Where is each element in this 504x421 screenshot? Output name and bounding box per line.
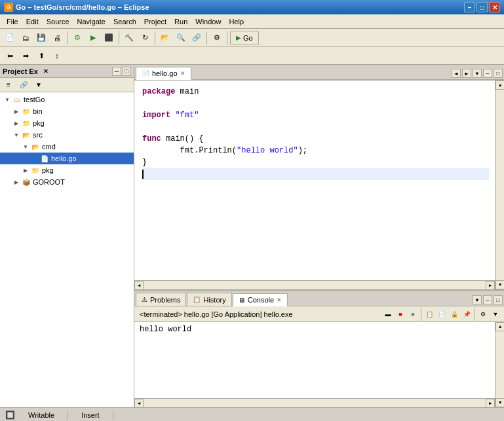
menu-search[interactable]: Search: [109, 16, 140, 27]
console-menu-btn[interactable]: ▼: [490, 308, 501, 320]
editor-tab-close-icon[interactable]: ✕: [180, 70, 185, 77]
tree-item-goroot[interactable]: ▶ 📦 GOROOT: [0, 176, 134, 188]
bottom-min-btn[interactable]: ─: [483, 295, 492, 304]
tree-item-src[interactable]: ▼ 📂 src: [0, 129, 134, 141]
toolbar-new-btn[interactable]: 📄: [3, 31, 17, 45]
console-pin-btn[interactable]: 📌: [461, 308, 473, 320]
editor-min-btn[interactable]: ─: [483, 69, 492, 78]
toolbar-stop-btn[interactable]: ⬛: [102, 31, 116, 45]
scroll-right-btn[interactable]: ▶: [486, 281, 495, 289]
toggle-testgo[interactable]: ▼: [3, 97, 12, 103]
toolbar-build-btn[interactable]: 🔨: [122, 31, 136, 45]
menu-navigate[interactable]: Navigate: [73, 16, 109, 27]
panel-header-buttons[interactable]: ─ □: [112, 67, 131, 76]
toolbar2-forward-btn[interactable]: ➡: [18, 48, 33, 63]
editor-tab-label: hello.go: [152, 69, 178, 77]
toolbar-refresh-btn[interactable]: ↻: [138, 31, 152, 45]
close-button[interactable]: ✕: [489, 2, 500, 12]
tree-item-hellgo[interactable]: 📄 hello.go: [0, 153, 134, 164]
editor-tab-hellgo[interactable]: 📄 hello.go ✕: [136, 67, 191, 80]
toggle-goroot[interactable]: ▶: [12, 179, 21, 185]
menu-source[interactable]: Source: [43, 16, 73, 27]
panel-menu-btn[interactable]: ▼: [31, 78, 46, 92]
panel-header-left: Project Ex ✕: [3, 67, 48, 75]
console-scrollbar-v[interactable]: ▲ ▼: [495, 322, 504, 407]
toolbar-open-btn[interactable]: 📂: [158, 31, 172, 45]
editor-scrollbar-v[interactable]: ▲ ▼: [495, 81, 504, 289]
console-scroll-lock-btn[interactable]: 🔒: [448, 308, 460, 320]
toolbar-link-btn[interactable]: 🔗: [189, 31, 204, 45]
toggle-src[interactable]: ▼: [12, 132, 21, 138]
console-scrollbar-h[interactable]: ◀ ▶: [134, 398, 495, 407]
console-stop2-btn[interactable]: ■: [407, 308, 419, 320]
toolbar-search-btn[interactable]: 🔍: [174, 31, 188, 45]
scroll-left-btn[interactable]: ◀: [134, 281, 144, 289]
console-scroll-up[interactable]: ▲: [495, 322, 504, 331]
title-bar-buttons[interactable]: – □ ✕: [464, 2, 500, 12]
toolbar-debug-btn[interactable]: ▶: [86, 31, 100, 45]
scroll-up-btn[interactable]: ▲: [495, 81, 504, 90]
panel-collapse-btn[interactable]: ≡: [1, 78, 16, 92]
editor-scrollbar-h[interactable]: ◀ ▶: [134, 280, 495, 289]
tab-history[interactable]: 📋 History: [187, 293, 231, 306]
goroot-icon: 📦: [21, 177, 31, 187]
console-settings-btn[interactable]: ⚙: [477, 308, 489, 320]
go-run-button[interactable]: ▶ Go: [230, 31, 259, 45]
console-clear-btn[interactable]: ▬: [382, 308, 394, 320]
minimize-button[interactable]: –: [464, 2, 475, 12]
tree-item-testgo[interactable]: ▼ 🗂 testGo: [0, 94, 134, 105]
console-sep1: [421, 308, 421, 321]
console-scroll-right[interactable]: ▶: [486, 399, 495, 407]
panel-minimize-btn[interactable]: ─: [112, 67, 121, 76]
console-stop-btn[interactable]: ■: [395, 308, 406, 320]
toolbar2-up-btn[interactable]: ⬆: [34, 48, 48, 63]
menu-run[interactable]: Run: [170, 16, 191, 27]
menu-edit[interactable]: Edit: [22, 16, 43, 27]
toolbar-btn2[interactable]: 🗂: [18, 31, 33, 45]
editor-view-menu-btn[interactable]: ▼: [473, 69, 482, 78]
toolbar-sep3: [155, 31, 155, 45]
tree-label-hellgo: hello.go: [51, 155, 77, 162]
tree-item-cmd[interactable]: ▼ 📂 cmd: [0, 141, 134, 153]
toolbar2-sync-btn[interactable]: ↕: [50, 48, 64, 63]
toolbar-run-btn[interactable]: ⚙: [70, 31, 85, 45]
tree-item-pkg2[interactable]: ▶ 📁 pkg: [0, 164, 134, 176]
console-toolbar: <terminated> hello.go [Go Application] h…: [134, 306, 504, 322]
tree-label-goroot: GOROOT: [33, 178, 65, 186]
menu-project[interactable]: Project: [140, 16, 170, 27]
toolbar-settings-btn[interactable]: ⚙: [210, 31, 224, 45]
code-editor[interactable]: package main import "fmt" func main() { …: [134, 81, 495, 280]
toggle-pkg1[interactable]: ▶: [12, 120, 21, 126]
maximize-button[interactable]: □: [476, 2, 488, 12]
toggle-pkg2[interactable]: ▶: [21, 168, 30, 174]
code-line-8[interactable]: [142, 168, 490, 180]
tree-item-pkg1[interactable]: ▶ 📁 pkg: [0, 117, 134, 129]
console-paste-btn[interactable]: 📄: [436, 308, 448, 320]
folder-icon-cmd: 📂: [30, 141, 41, 152]
toolbar2-back-btn[interactable]: ⬅: [3, 48, 17, 63]
menu-file[interactable]: File: [3, 16, 22, 27]
toggle-bin[interactable]: ▶: [12, 109, 21, 115]
console-scroll-down[interactable]: ▼: [495, 398, 504, 407]
menu-help[interactable]: Help: [225, 16, 248, 27]
tab-console[interactable]: 🖥 Console ✕: [233, 293, 288, 306]
console-copy-btn[interactable]: 📋: [423, 308, 435, 320]
toggle-cmd[interactable]: ▼: [21, 144, 30, 150]
tab-problems[interactable]: ⚠ Problems: [136, 293, 186, 306]
scroll-down-btn[interactable]: ▼: [495, 280, 504, 289]
editor-scroll-right-btn[interactable]: ▶: [462, 69, 471, 78]
tree-item-bin[interactable]: ▶ 📁 bin: [0, 105, 134, 117]
console-scroll-left[interactable]: ◀: [134, 399, 144, 407]
title-bar: G Go – testGo/src/cmd/hello.go – Eclipse…: [0, 0, 504, 14]
panel-maximize-btn[interactable]: □: [122, 67, 131, 76]
toolbar-print-btn[interactable]: 🖨: [50, 31, 64, 45]
bottom-max-btn[interactable]: □: [494, 295, 503, 304]
console-tab-close-icon[interactable]: ✕: [277, 297, 282, 303]
bottom-view-btn[interactable]: ▼: [473, 295, 482, 304]
editor-max-btn[interactable]: □: [494, 69, 503, 78]
editor-scroll-left-btn[interactable]: ◀: [452, 69, 461, 78]
toolbar-save-btn[interactable]: 💾: [34, 31, 48, 45]
console-output[interactable]: hello world: [134, 322, 495, 398]
panel-link-btn[interactable]: 🔗: [16, 78, 31, 92]
menu-window[interactable]: Window: [191, 16, 225, 27]
